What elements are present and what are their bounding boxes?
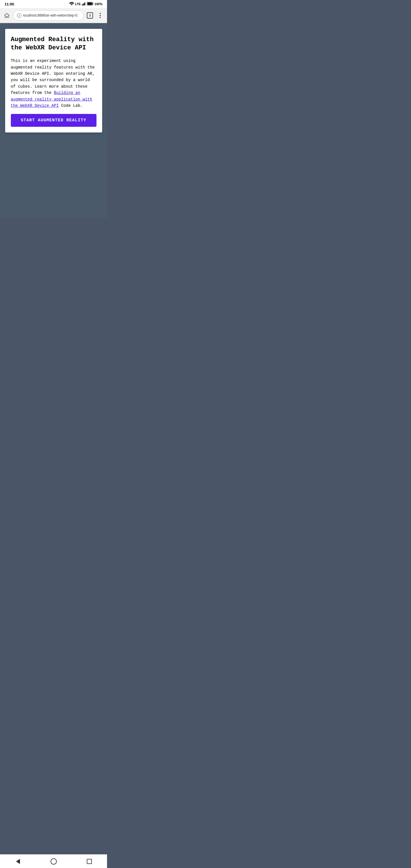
svg-rect-3 xyxy=(84,3,85,5)
battery-percentage: 100% xyxy=(94,2,102,6)
card-title: Augmented Reality with the WebXR Device … xyxy=(11,36,96,52)
content-card: Augmented Reality with the WebXR Device … xyxy=(5,29,102,132)
tabs-count: 3 xyxy=(87,12,93,19)
wifi-icon xyxy=(69,2,74,6)
svg-rect-1 xyxy=(82,4,83,5)
info-icon: i xyxy=(17,13,22,18)
svg-rect-4 xyxy=(85,2,86,5)
lte-label: LTE xyxy=(75,2,81,6)
menu-button[interactable] xyxy=(96,11,104,20)
status-bar: 11:00 LTE xyxy=(0,0,107,8)
address-bar[interactable]: i localhost:8888/ar-with-webxr/step-0: xyxy=(13,10,84,21)
status-icons: LTE 100% xyxy=(69,2,102,6)
more-icon xyxy=(100,13,101,18)
page-content: Augmented Reality with the WebXR Device … xyxy=(0,23,107,218)
card-description-block: This is an experiment using augmented re… xyxy=(11,58,96,109)
svg-point-0 xyxy=(71,5,72,6)
browser-home-button[interactable] xyxy=(3,11,11,20)
svg-rect-2 xyxy=(83,3,84,5)
address-text: localhost:8888/ar-with-webxr/step-0: xyxy=(23,13,78,18)
card-description-text: This is an experiment using augmented re… xyxy=(11,59,95,95)
card-description-suffix: Code Lab. xyxy=(59,103,83,108)
signal-icon xyxy=(82,2,86,6)
battery-icon xyxy=(87,2,93,6)
status-time: 11:00 xyxy=(5,2,14,6)
tabs-button[interactable]: 3 xyxy=(86,11,94,20)
start-ar-button[interactable]: START AUGMENTED REALITY xyxy=(11,114,96,127)
svg-rect-7 xyxy=(92,3,93,5)
svg-rect-6 xyxy=(87,3,92,5)
browser-chrome: i localhost:8888/ar-with-webxr/step-0: 3 xyxy=(0,8,107,23)
